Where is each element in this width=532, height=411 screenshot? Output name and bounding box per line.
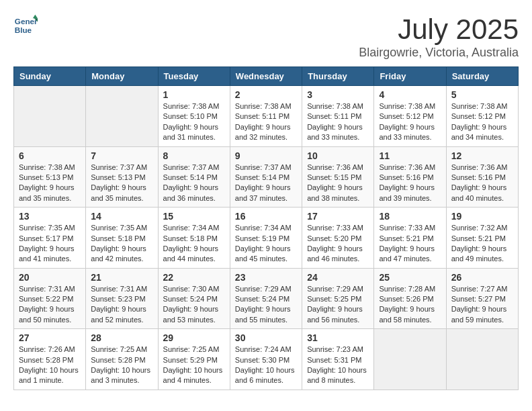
column-header-friday: Friday bbox=[374, 67, 446, 86]
logo-icon: General Blue bbox=[13, 13, 38, 38]
svg-text:Blue: Blue bbox=[15, 26, 32, 34]
day-number: 22 bbox=[163, 272, 225, 283]
calendar-cell: 3Sunrise: 7:38 AM Sunset: 5:11 PM Daylig… bbox=[302, 86, 374, 147]
day-number: 29 bbox=[163, 332, 225, 343]
day-number: 14 bbox=[91, 211, 152, 222]
day-number: 18 bbox=[379, 211, 441, 222]
day-number: 17 bbox=[307, 211, 369, 222]
day-info: Sunrise: 7:28 AM Sunset: 5:26 PM Dayligh… bbox=[379, 284, 441, 326]
day-info: Sunrise: 7:34 AM Sunset: 5:19 PM Dayligh… bbox=[235, 223, 297, 265]
calendar-cell: 15Sunrise: 7:34 AM Sunset: 5:18 PM Dayli… bbox=[158, 208, 230, 269]
day-number: 7 bbox=[91, 150, 152, 161]
day-info: Sunrise: 7:37 AM Sunset: 5:14 PM Dayligh… bbox=[163, 163, 225, 204]
day-info: Sunrise: 7:29 AM Sunset: 5:24 PM Dayligh… bbox=[235, 284, 297, 326]
calendar-table: SundayMondayTuesdayWednesdayThursdayFrid… bbox=[13, 66, 519, 390]
day-number: 4 bbox=[379, 89, 441, 100]
calendar-cell: 2Sunrise: 7:38 AM Sunset: 5:11 PM Daylig… bbox=[230, 86, 302, 147]
day-number: 12 bbox=[451, 150, 513, 161]
logo: General Blue bbox=[13, 13, 38, 38]
day-number: 30 bbox=[235, 332, 297, 343]
calendar-cell: 6Sunrise: 7:38 AM Sunset: 5:13 PM Daylig… bbox=[14, 146, 86, 208]
calendar-cell: 28Sunrise: 7:25 AM Sunset: 5:28 PM Dayli… bbox=[86, 329, 158, 390]
day-number: 23 bbox=[235, 272, 297, 283]
calendar-cell: 10Sunrise: 7:36 AM Sunset: 5:15 PM Dayli… bbox=[302, 146, 374, 208]
day-number: 20 bbox=[19, 272, 81, 283]
day-info: Sunrise: 7:36 AM Sunset: 5:16 PM Dayligh… bbox=[451, 163, 513, 204]
title-section: July 2025 Blairgowrie, Victoria, Austral… bbox=[359, 13, 519, 60]
day-info: Sunrise: 7:24 AM Sunset: 5:30 PM Dayligh… bbox=[235, 345, 297, 386]
month-title: July 2025 bbox=[359, 13, 519, 46]
day-number: 25 bbox=[379, 272, 441, 283]
day-info: Sunrise: 7:38 AM Sunset: 5:12 PM Dayligh… bbox=[379, 101, 441, 143]
calendar-cell: 14Sunrise: 7:35 AM Sunset: 5:18 PM Dayli… bbox=[86, 208, 158, 269]
calendar-cell bbox=[374, 329, 446, 390]
day-info: Sunrise: 7:27 AM Sunset: 5:27 PM Dayligh… bbox=[451, 284, 513, 326]
calendar-cell: 26Sunrise: 7:27 AM Sunset: 5:27 PM Dayli… bbox=[446, 268, 518, 329]
column-header-monday: Monday bbox=[86, 67, 158, 86]
calendar-cell: 25Sunrise: 7:28 AM Sunset: 5:26 PM Dayli… bbox=[374, 268, 446, 329]
day-number: 28 bbox=[91, 332, 152, 343]
day-info: Sunrise: 7:25 AM Sunset: 5:29 PM Dayligh… bbox=[163, 345, 225, 386]
calendar-cell: 5Sunrise: 7:38 AM Sunset: 5:12 PM Daylig… bbox=[446, 86, 518, 147]
calendar-cell: 31Sunrise: 7:23 AM Sunset: 5:31 PM Dayli… bbox=[302, 329, 374, 390]
day-info: Sunrise: 7:32 AM Sunset: 5:21 PM Dayligh… bbox=[451, 223, 513, 265]
calendar-cell: 24Sunrise: 7:29 AM Sunset: 5:25 PM Dayli… bbox=[302, 268, 374, 329]
calendar-cell: 12Sunrise: 7:36 AM Sunset: 5:16 PM Dayli… bbox=[446, 146, 518, 208]
calendar-cell: 20Sunrise: 7:31 AM Sunset: 5:22 PM Dayli… bbox=[14, 268, 86, 329]
calendar-cell: 27Sunrise: 7:26 AM Sunset: 5:28 PM Dayli… bbox=[14, 329, 86, 390]
calendar-cell: 13Sunrise: 7:35 AM Sunset: 5:17 PM Dayli… bbox=[14, 208, 86, 269]
calendar-cell: 22Sunrise: 7:30 AM Sunset: 5:24 PM Dayli… bbox=[158, 268, 230, 329]
column-header-sunday: Sunday bbox=[14, 67, 86, 86]
day-number: 5 bbox=[451, 89, 513, 100]
day-number: 24 bbox=[307, 272, 369, 283]
day-number: 26 bbox=[451, 272, 513, 283]
day-info: Sunrise: 7:38 AM Sunset: 5:11 PM Dayligh… bbox=[307, 101, 369, 143]
calendar-cell: 30Sunrise: 7:24 AM Sunset: 5:30 PM Dayli… bbox=[230, 329, 302, 390]
calendar-cell: 11Sunrise: 7:36 AM Sunset: 5:16 PM Dayli… bbox=[374, 146, 446, 208]
calendar-cell: 9Sunrise: 7:37 AM Sunset: 5:14 PM Daylig… bbox=[230, 146, 302, 208]
day-info: Sunrise: 7:34 AM Sunset: 5:18 PM Dayligh… bbox=[163, 223, 225, 265]
calendar-cell bbox=[446, 329, 518, 390]
day-number: 13 bbox=[19, 211, 81, 222]
calendar-cell: 21Sunrise: 7:31 AM Sunset: 5:23 PM Dayli… bbox=[86, 268, 158, 329]
calendar-cell: 23Sunrise: 7:29 AM Sunset: 5:24 PM Dayli… bbox=[230, 268, 302, 329]
day-info: Sunrise: 7:37 AM Sunset: 5:13 PM Dayligh… bbox=[91, 163, 152, 204]
day-number: 11 bbox=[379, 150, 441, 161]
day-number: 3 bbox=[307, 89, 369, 100]
day-info: Sunrise: 7:25 AM Sunset: 5:28 PM Dayligh… bbox=[91, 345, 152, 386]
calendar-cell: 4Sunrise: 7:38 AM Sunset: 5:12 PM Daylig… bbox=[374, 86, 446, 147]
calendar-cell bbox=[86, 86, 158, 147]
column-header-tuesday: Tuesday bbox=[158, 67, 230, 86]
day-number: 19 bbox=[451, 211, 513, 222]
day-number: 31 bbox=[307, 332, 369, 343]
day-info: Sunrise: 7:38 AM Sunset: 5:12 PM Dayligh… bbox=[451, 101, 513, 143]
calendar-cell bbox=[14, 86, 86, 147]
calendar-cell: 8Sunrise: 7:37 AM Sunset: 5:14 PM Daylig… bbox=[158, 146, 230, 208]
calendar-cell: 29Sunrise: 7:25 AM Sunset: 5:29 PM Dayli… bbox=[158, 329, 230, 390]
day-number: 6 bbox=[19, 150, 81, 161]
calendar-cell: 1Sunrise: 7:38 AM Sunset: 5:10 PM Daylig… bbox=[158, 86, 230, 147]
day-info: Sunrise: 7:31 AM Sunset: 5:22 PM Dayligh… bbox=[19, 284, 81, 326]
day-number: 8 bbox=[163, 150, 225, 161]
day-info: Sunrise: 7:38 AM Sunset: 5:10 PM Dayligh… bbox=[163, 101, 225, 143]
day-number: 10 bbox=[307, 150, 369, 161]
day-number: 27 bbox=[19, 332, 81, 343]
day-info: Sunrise: 7:35 AM Sunset: 5:18 PM Dayligh… bbox=[91, 223, 152, 265]
day-info: Sunrise: 7:36 AM Sunset: 5:15 PM Dayligh… bbox=[307, 163, 369, 204]
calendar-cell: 19Sunrise: 7:32 AM Sunset: 5:21 PM Dayli… bbox=[446, 208, 518, 269]
day-info: Sunrise: 7:33 AM Sunset: 5:21 PM Dayligh… bbox=[379, 223, 441, 265]
column-header-saturday: Saturday bbox=[446, 67, 518, 86]
column-header-wednesday: Wednesday bbox=[230, 67, 302, 86]
calendar-cell: 17Sunrise: 7:33 AM Sunset: 5:20 PM Dayli… bbox=[302, 208, 374, 269]
day-number: 9 bbox=[235, 150, 297, 161]
column-header-thursday: Thursday bbox=[302, 67, 374, 86]
day-info: Sunrise: 7:38 AM Sunset: 5:11 PM Dayligh… bbox=[235, 101, 297, 143]
day-number: 15 bbox=[163, 211, 225, 222]
day-info: Sunrise: 7:38 AM Sunset: 5:13 PM Dayligh… bbox=[19, 163, 81, 204]
day-info: Sunrise: 7:30 AM Sunset: 5:24 PM Dayligh… bbox=[163, 284, 225, 326]
location-title: Blairgowrie, Victoria, Australia bbox=[359, 46, 519, 60]
day-number: 1 bbox=[163, 89, 225, 100]
day-number: 21 bbox=[91, 272, 152, 283]
day-number: 16 bbox=[235, 211, 297, 222]
day-info: Sunrise: 7:23 AM Sunset: 5:31 PM Dayligh… bbox=[307, 345, 369, 386]
